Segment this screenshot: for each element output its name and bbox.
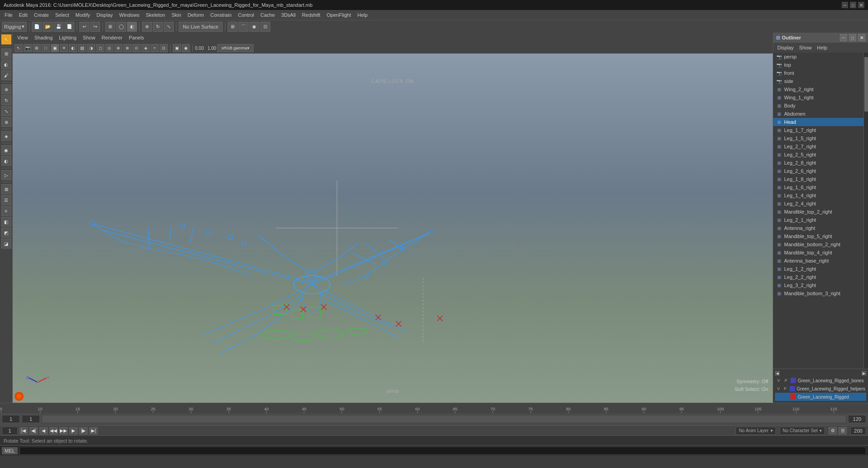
outliner-item-mandible_bottom_2_right[interactable]: ⊞Mandible_bottom_2_right — [773, 240, 863, 249]
menu-select[interactable]: Select — [53, 11, 72, 19]
menu-modify[interactable]: Modify — [73, 11, 93, 19]
command-input[interactable] — [20, 447, 866, 455]
menu-redshift[interactable]: Redshift — [299, 11, 323, 19]
outliner-item-body[interactable]: ⊞Body — [773, 102, 863, 110]
vt-handle-btn[interactable]: ⊕ — [114, 44, 122, 52]
prev-frame-btn[interactable]: ◀ — [39, 427, 48, 434]
outliner-item-leg_2_8_right[interactable]: ⊞Leg_2_8_right — [773, 159, 863, 167]
move-tool-button[interactable]: ⊕ — [142, 22, 152, 32]
outliner-item-leg_1_6_right[interactable]: ⊞Leg_1_6_right — [773, 183, 863, 191]
viewport-menu-view[interactable]: View — [15, 34, 31, 41]
outliner-item-leg_2_5_right[interactable]: ⊞Leg_2_5_right — [773, 151, 863, 159]
outliner-item-wing_2_right[interactable]: ⊞Wing_2_right — [773, 85, 863, 93]
layer-bones-name[interactable]: Green_Lacewing_Rigged_bones — [798, 378, 865, 383]
maximize-button[interactable]: □ — [850, 2, 856, 8]
render-view-button[interactable]: ◧ — [1, 217, 11, 227]
vt-gamma-dropdown[interactable]: sRGB gamma▾ — [217, 44, 254, 52]
outliner-item-mandible_top_4_right[interactable]: ⊞Mandible_top_4_right — [773, 249, 863, 257]
menu-3dsall[interactable]: 3DsAll — [278, 11, 298, 19]
vt-resolution-btn[interactable]: ▣ — [173, 44, 181, 52]
outliner-item-mandible_top_5_right[interactable]: ⊞Mandible_top_5_right — [773, 232, 863, 240]
vt-cam-btn[interactable]: 📷 — [24, 44, 32, 52]
menu-constrain[interactable]: Constrain — [208, 11, 234, 19]
snap-button[interactable]: ⊠ — [1, 184, 11, 194]
vt-plus-btn[interactable]: + — [151, 44, 159, 52]
vt-wf-btn[interactable]: □ — [42, 44, 50, 52]
goto-end-btn[interactable]: ▶| — [89, 427, 98, 434]
menu-create[interactable]: Create — [31, 11, 52, 19]
vt-smooth-btn[interactable]: ◐ — [69, 44, 77, 52]
vt-select-btn[interactable]: ↖ — [15, 44, 23, 52]
preferences-btn[interactable]: ⚙ — [829, 427, 837, 434]
layer-helpers-v[interactable]: V — [776, 386, 781, 391]
play-forward-btn[interactable]: ▶▶ — [59, 427, 68, 434]
channel-button[interactable]: ≡ — [1, 206, 11, 216]
lasso-tool-button[interactable]: ◯ — [116, 22, 126, 32]
vt-shade-btn[interactable]: ▣ — [51, 44, 59, 52]
outliner-menu-help[interactable]: Help — [815, 44, 830, 51]
layer-helpers-name[interactable]: Green_Lacewing_Rigged_helpers — [797, 386, 865, 391]
outliner-item-wing_1_right[interactable]: ⊞Wing_1_right — [773, 93, 863, 102]
outliner-minimize-btn[interactable]: ─ — [840, 34, 847, 41]
vt-multi-btn[interactable]: ⊡ — [160, 44, 168, 52]
prev-key-btn[interactable]: ◀| — [29, 427, 38, 434]
make-live-button[interactable]: ▷ — [1, 170, 11, 180]
outliner-item-leg_3_2_right[interactable]: ⊞Leg_3_2_right — [773, 281, 863, 289]
range-start-input[interactable] — [2, 427, 18, 435]
timeline-track[interactable] — [42, 415, 846, 423]
move-tool-left-button[interactable]: ⊕ — [1, 84, 11, 94]
layer-button[interactable]: ☰ — [1, 195, 11, 205]
menu-display[interactable]: Display — [94, 11, 116, 19]
select-mode-button[interactable]: ↖ — [1, 34, 11, 44]
lasso-select-button[interactable]: ◉ — [1, 145, 11, 155]
viewport[interactable]: View Shading Lighting Show Renderer Pane… — [13, 33, 773, 403]
goto-start-btn[interactable]: |◀ — [20, 427, 28, 434]
vt-camera2-btn[interactable]: ⊙ — [132, 44, 141, 52]
outliner-item-mandible_top_2_right[interactable]: ⊞Mandible_top_2_right — [773, 208, 863, 216]
hypershade-button[interactable]: ◩ — [1, 228, 11, 238]
scale-tool-button[interactable]: ⤡ — [164, 22, 174, 32]
component-select-button[interactable]: ⊞ — [1, 49, 11, 58]
snap-grid-button[interactable]: ⊞ — [228, 22, 238, 32]
vt-grid-btn[interactable]: ⊞ — [33, 44, 41, 52]
layer-rigged-name[interactable]: Green_Lacewing_Rigged — [798, 395, 865, 400]
outliner-item-leg_2_4_right[interactable]: ⊞Leg_2_4_right — [773, 200, 863, 208]
outliner-item-top[interactable]: 📷top — [773, 61, 863, 69]
outliner-scrollbar[interactable] — [863, 53, 868, 369]
outliner-item-front[interactable]: 📷front — [773, 69, 863, 77]
viewport-canvas[interactable]: CAPS LOCK ON persp Symmetry: Off Soft Se… — [13, 54, 773, 403]
menu-skeleton[interactable]: Skeleton — [143, 11, 168, 19]
outliner-menu-display[interactable]: Display — [775, 44, 796, 51]
next-key-btn[interactable]: |▶ — [79, 427, 88, 434]
outliner-scroll-thumb[interactable] — [864, 57, 868, 112]
vt-joint-btn[interactable]: ◎ — [105, 44, 113, 52]
end-frame-input[interactable] — [848, 415, 866, 423]
save-as-button[interactable]: 📑 — [64, 22, 74, 32]
outliner-item-leg_2_1_right[interactable]: ⊞Leg_2_1_right — [773, 216, 863, 224]
layer-rigged-p[interactable] — [783, 394, 789, 400]
viewport-menu-panels[interactable]: Panels — [126, 34, 147, 41]
mode-dropdown[interactable]: Rigging ▾ — [2, 22, 27, 32]
vt-light-btn[interactable]: ☀ — [60, 44, 68, 52]
viewport-menu-show[interactable]: Show — [80, 34, 98, 41]
select-tool-button[interactable]: ⊞ — [105, 22, 115, 32]
show-manip-button[interactable]: ◈ — [1, 131, 11, 141]
char-set-selector[interactable]: No Character Set ▾ — [780, 427, 825, 435]
outliner-item-antenna_right[interactable]: ⊞Antenna_right — [773, 224, 863, 232]
outliner-item-leg_2_7_right[interactable]: ⊞Leg_2_7_right — [773, 142, 863, 151]
outliner-float-btn[interactable]: □ — [849, 34, 856, 41]
menu-help[interactable]: Help — [355, 11, 371, 19]
menu-cache[interactable]: Cache — [258, 11, 278, 19]
snap-curve-button[interactable]: ⌒ — [239, 22, 249, 32]
scale-tool-left-button[interactable]: ⤡ — [1, 106, 11, 116]
snap-point-button[interactable]: ◉ — [249, 22, 259, 32]
vt-isolate-btn[interactable]: ◈ — [141, 44, 150, 52]
layer-rigged-v[interactable] — [776, 394, 781, 400]
close-button[interactable]: ✕ — [858, 2, 864, 8]
rotate-tool-button[interactable]: ↻ — [153, 22, 163, 32]
menu-edit[interactable]: Edit — [16, 11, 30, 19]
paint-op-button[interactable]: ◐ — [1, 156, 11, 166]
menu-windows[interactable]: Windows — [117, 11, 142, 19]
layer-collapse-btn[interactable]: ◀ — [775, 371, 780, 375]
outliner-item-persp[interactable]: 📷persp — [773, 53, 863, 61]
